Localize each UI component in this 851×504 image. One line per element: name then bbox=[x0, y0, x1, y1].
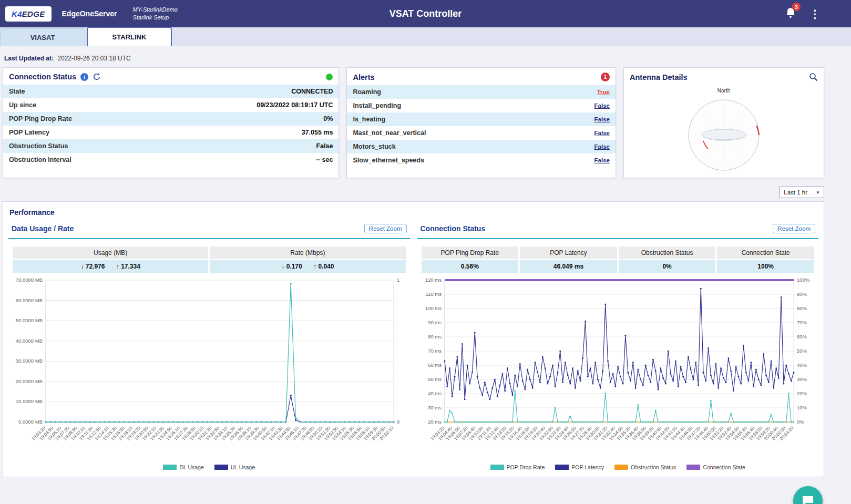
connected-status-dot bbox=[326, 74, 333, 80]
connection-status-rows: State CONNECTED Up since 09/23/2022 08:1… bbox=[3, 85, 339, 167]
status-cards-row: Connection Status i State CONNECTED Up s… bbox=[3, 67, 824, 178]
table-row: Is_heating False bbox=[347, 112, 616, 126]
alert-value-link[interactable]: False bbox=[594, 157, 610, 163]
svg-text:1: 1 bbox=[397, 277, 399, 283]
search-icon[interactable] bbox=[809, 73, 818, 81]
svg-text:0%: 0% bbox=[797, 419, 804, 425]
row-label: POP Latency bbox=[9, 129, 49, 136]
row-label: POP Ping Drop Rate bbox=[9, 115, 72, 122]
alert-label: Motors_stuck bbox=[353, 143, 395, 150]
svg-text:60%: 60% bbox=[797, 334, 807, 340]
svg-text:20 ms: 20 ms bbox=[428, 419, 442, 425]
connection-chart-title: Connection Status bbox=[421, 224, 486, 233]
legend-label: POP Latency bbox=[571, 464, 604, 470]
alert-value-link[interactable]: False bbox=[594, 143, 610, 150]
alert-value-link[interactable]: False bbox=[594, 102, 610, 109]
compass-north-label: North bbox=[717, 88, 730, 94]
svg-text:20.0000 MB: 20.0000 MB bbox=[16, 378, 43, 384]
legend-item: Connection State bbox=[686, 464, 745, 470]
legend-swatch bbox=[686, 465, 700, 470]
kebab-menu-icon[interactable]: ⋮ bbox=[809, 8, 821, 19]
last-updated-label: Last Updated at: bbox=[4, 55, 54, 62]
chat-widget-button[interactable] bbox=[793, 486, 823, 504]
svg-text:60.0000 MB: 60.0000 MB bbox=[16, 297, 43, 303]
time-range-select[interactable]: Last 1 hr ▼ bbox=[780, 187, 824, 198]
tab-viasat[interactable]: VIASAT bbox=[0, 28, 85, 46]
refresh-icon[interactable] bbox=[93, 73, 101, 81]
table-row: Mast_not_near_vertical False bbox=[347, 126, 616, 140]
legend-label: Connection State bbox=[703, 464, 745, 470]
table-row: Roaming True bbox=[347, 85, 616, 99]
site-name: MY-StarlinkDemo bbox=[133, 6, 178, 14]
antenna-details-title: Antenna Details bbox=[630, 73, 688, 81]
table-row: POP Ping Drop Rate 0% bbox=[3, 112, 339, 126]
connection-status-chart[interactable]: 20 ms30 ms40 ms50 ms60 ms70 ms80 ms90 ms… bbox=[417, 275, 819, 466]
alert-label: Slow_ethernet_speeds bbox=[353, 157, 424, 164]
table-row: Obstruction Status False bbox=[3, 139, 339, 153]
legend-item: UL Usage bbox=[214, 464, 255, 470]
connection-status-title: Connection Status bbox=[9, 73, 76, 81]
svg-text:40 ms: 40 ms bbox=[428, 390, 442, 396]
svg-text:20%: 20% bbox=[797, 390, 807, 396]
alert-value-link[interactable]: False bbox=[594, 116, 610, 122]
download-value: ↓ 72.976 bbox=[80, 263, 105, 270]
connection-status-panel: Connection Status Reset Zoom POP Ping Dr… bbox=[417, 223, 819, 470]
column-value: 46.049 ms bbox=[520, 260, 617, 273]
svg-text:30.0000 MB: 30.0000 MB bbox=[16, 358, 43, 364]
svg-text:90%: 90% bbox=[797, 291, 807, 297]
svg-text:60 ms: 60 ms bbox=[428, 362, 442, 368]
antenna-details-card: Antenna Details North bbox=[623, 67, 824, 178]
svg-text:50.0000 MB: 50.0000 MB bbox=[16, 317, 43, 323]
alert-label: Mast_not_near_vertical bbox=[353, 129, 426, 137]
row-value: 0% bbox=[323, 115, 333, 122]
usage-summary-table: Usage (MB) ↓ 72.976 ↑ 17.334 Rate (Mbps)… bbox=[13, 246, 406, 273]
info-icon[interactable]: i bbox=[80, 73, 88, 81]
svg-text:50%: 50% bbox=[797, 348, 807, 354]
data-usage-title: Data Usage / Rate bbox=[12, 224, 74, 233]
column-header: POP Latency bbox=[520, 246, 617, 259]
alerts-title: Alerts bbox=[353, 73, 374, 81]
site-info: MY-StarlinkDemo Starlink Setup bbox=[133, 6, 178, 22]
table-row: Slow_ethernet_speeds False bbox=[347, 153, 616, 167]
connection-status-card: Connection Status i State CONNECTED Up s… bbox=[3, 67, 339, 178]
svg-text:90 ms: 90 ms bbox=[428, 320, 442, 325]
svg-text:80%: 80% bbox=[797, 305, 807, 311]
table-row: POP Latency 37.055 ms bbox=[3, 126, 339, 139]
svg-text:10.0000 MB: 10.0000 MB bbox=[16, 398, 43, 404]
reset-zoom-button[interactable]: Reset Zoom bbox=[364, 224, 407, 233]
data-usage-chart[interactable]: 0.0000 MB10.0000 MB20.0000 MB30.0000 MB4… bbox=[8, 275, 410, 466]
upload-value: ↑ 0.040 bbox=[313, 263, 334, 270]
svg-text:50 ms: 50 ms bbox=[428, 376, 442, 382]
tab-starlink[interactable]: STARLINK bbox=[87, 27, 172, 46]
svg-text:0: 0 bbox=[397, 419, 399, 425]
column-value: 100% bbox=[717, 260, 814, 273]
legend-swatch bbox=[614, 465, 628, 470]
server-name: EdgeOneServer bbox=[62, 9, 117, 18]
performance-title: Performance bbox=[9, 208, 821, 217]
column-header: Rate (Mbps) bbox=[210, 246, 405, 259]
legend-swatch bbox=[214, 465, 228, 470]
reset-zoom-button[interactable]: Reset Zoom bbox=[773, 224, 815, 233]
legend-swatch bbox=[490, 465, 504, 470]
svg-text:0.0000 MB: 0.0000 MB bbox=[18, 419, 43, 425]
notifications-button[interactable]: 3 bbox=[785, 7, 796, 20]
page-title: VSAT Controller bbox=[389, 8, 462, 19]
svg-text:70.0000 MB: 70.0000 MB bbox=[16, 277, 43, 283]
column-header: POP Ping Drop Rate bbox=[422, 246, 519, 259]
alert-value-link[interactable]: True bbox=[597, 89, 610, 95]
legend-swatch bbox=[555, 465, 569, 470]
row-label: Up since bbox=[9, 101, 36, 109]
svg-text:70%: 70% bbox=[797, 320, 807, 325]
column-header: Connection State bbox=[717, 246, 814, 259]
app-header: K4 EDGE EdgeOneServer MY-StarlinkDemo St… bbox=[0, 0, 851, 27]
row-value: 09/23/2022 08:19:17 UTC bbox=[257, 101, 333, 109]
table-row: Install_pending False bbox=[347, 99, 616, 112]
chevron-down-icon: ▼ bbox=[816, 190, 820, 195]
column-value: 0% bbox=[619, 260, 716, 273]
alert-label: Is_heating bbox=[353, 116, 385, 123]
table-row: Obstruction Interval -- sec bbox=[3, 153, 339, 167]
site-setup: Starlink Setup bbox=[133, 14, 178, 22]
legend-item: Obstruction Status bbox=[614, 464, 676, 470]
legend-label: DL Usage bbox=[179, 464, 203, 470]
alert-value-link[interactable]: False bbox=[594, 130, 610, 136]
